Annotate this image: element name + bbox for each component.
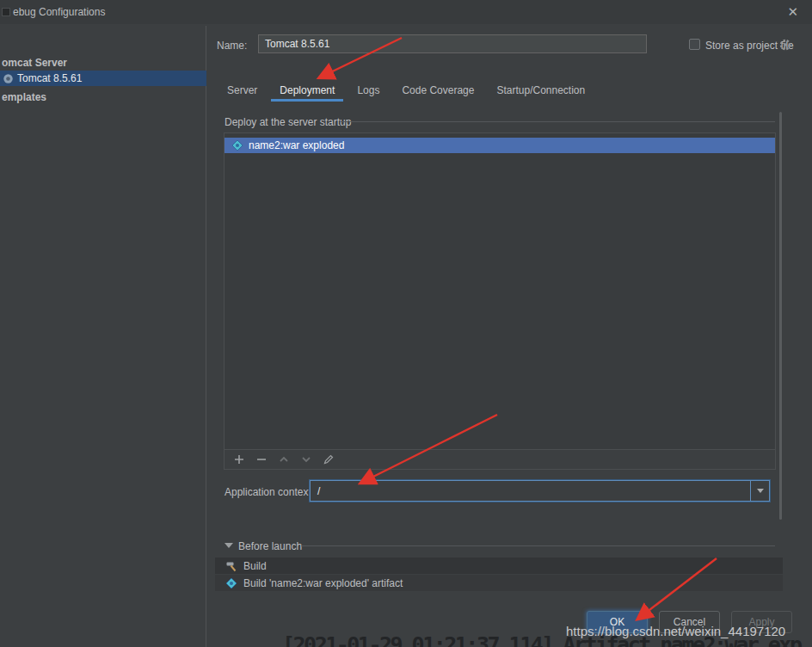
watermark-text: https://blog.csdn.net/weixin_44197120	[566, 624, 785, 638]
tab-startup-connection[interactable]: Startup/Connection	[488, 81, 594, 102]
section-divider	[341, 121, 775, 122]
deploy-section-label: Deploy at the server startup	[225, 116, 351, 128]
store-as-project-file-checkbox[interactable]	[689, 39, 700, 50]
artifact-icon	[225, 577, 237, 589]
before-launch-item-label: Build	[243, 560, 267, 572]
add-icon[interactable]	[232, 453, 245, 466]
tree-item-tomcat-8-5-61[interactable]: Tomcat 8.5.61	[0, 71, 206, 86]
tab-server[interactable]: Server	[218, 81, 266, 102]
combo-dropdown-button[interactable]	[750, 481, 769, 501]
close-icon[interactable]: ✕	[787, 4, 798, 20]
tab-deployment[interactable]: Deployment	[271, 81, 343, 102]
artifacts-list[interactable]: name2:war exploded	[224, 132, 776, 450]
section-divider	[301, 545, 775, 546]
name-label: Name:	[217, 40, 247, 52]
before-launch-expander-icon[interactable]	[225, 543, 233, 548]
tree-item-tomcat-server[interactable]: omcat Server	[0, 55, 206, 70]
tree-item-templates[interactable]: emplates	[0, 89, 206, 104]
move-up-icon[interactable]	[277, 453, 290, 466]
tree-item-label: Tomcat 8.5.61	[17, 72, 82, 84]
artifacts-list-toolbar	[224, 450, 776, 470]
settings-tabs: Server Deployment Logs Code Coverage Sta…	[218, 81, 599, 102]
hammer-icon	[225, 560, 237, 572]
gear-icon[interactable]	[778, 38, 792, 52]
edit-icon[interactable]	[322, 453, 335, 466]
artifact-icon	[231, 139, 243, 151]
application-context-combobox[interactable]: /	[310, 480, 770, 502]
before-launch-label: Before launch	[238, 540, 302, 552]
window-title: ebug Configurations	[13, 6, 105, 18]
chevron-down-icon	[757, 489, 764, 493]
debug-configurations-dialog: ebug Configurations ✕ omcat Server T	[0, 0, 812, 647]
name-input[interactable]: Tomcat 8.5.61	[258, 34, 647, 53]
configurations-tree: omcat Server Tomcat 8.5.61 emplates	[0, 26, 206, 647]
before-launch-item-label: Build 'name2:war exploded' artifact	[243, 577, 403, 589]
titlebar: ebug Configurations ✕	[0, 0, 812, 24]
tab-logs[interactable]: Logs	[348, 81, 388, 102]
window-icon	[2, 8, 10, 16]
artifact-list-item[interactable]: name2:war exploded	[225, 138, 775, 153]
application-context-value: /	[317, 485, 320, 497]
before-launch-item-build-artifact[interactable]: Build 'name2:war exploded' artifact	[215, 575, 783, 591]
application-context-label: Application context:	[225, 486, 314, 498]
before-launch-item-build[interactable]: Build	[215, 558, 783, 574]
remove-icon[interactable]	[255, 453, 268, 466]
vertical-scrollbar[interactable]	[779, 112, 782, 520]
tomcat-icon	[3, 73, 14, 84]
tab-code-coverage[interactable]: Code Coverage	[393, 81, 483, 102]
move-down-icon[interactable]	[299, 453, 312, 466]
artifact-label: name2:war exploded	[249, 139, 344, 151]
